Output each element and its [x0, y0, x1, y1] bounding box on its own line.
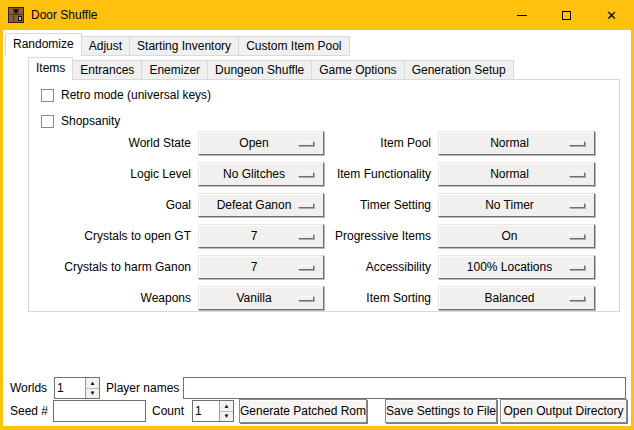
shopsanity-checkbox[interactable]	[41, 115, 54, 128]
count-spin-buttons: ▲ ▼	[219, 401, 233, 421]
item-sorting-value: Balanced	[484, 291, 534, 305]
shopsanity-label: Shopsanity	[61, 114, 120, 128]
tab-adjust[interactable]: Adjust	[81, 36, 130, 56]
item-sorting-label: Item Sorting	[331, 291, 431, 305]
spin-up-icon[interactable]: ▲	[86, 378, 99, 389]
settings-grid: World State Open Item Pool Normal Logic …	[29, 127, 595, 313]
progressive-items-label: Progressive Items	[331, 229, 431, 243]
tab-custom-item-pool[interactable]: Custom Item Pool	[238, 36, 349, 56]
crystals-harm-ganon-value: 7	[251, 260, 258, 274]
window-title: Door Shuffle	[31, 8, 98, 22]
dropdown-indicator-icon	[298, 234, 314, 239]
tab-dungeon-shuffle[interactable]: Dungeon Shuffle	[207, 60, 312, 80]
count-label: Count	[152, 400, 184, 422]
dropdown-indicator-icon	[569, 172, 585, 177]
worlds-label: Worlds	[10, 377, 47, 399]
app-window: Door Shuffle ✕ Randomize Adjust Starting…	[0, 0, 634, 430]
spin-down-icon[interactable]: ▼	[86, 389, 99, 399]
world-state-value: Open	[239, 136, 268, 150]
close-button[interactable]: ✕	[589, 0, 634, 30]
crystals-open-gt-value: 7	[251, 229, 258, 243]
goal-dropdown[interactable]: Defeat Ganon	[198, 193, 324, 217]
seed-input[interactable]	[53, 400, 146, 422]
item-pool-label: Item Pool	[331, 136, 431, 150]
item-functionality-value: Normal	[490, 167, 529, 181]
weapons-dropdown[interactable]: Vanilla	[198, 286, 324, 310]
tab-entrances[interactable]: Entrances	[72, 60, 142, 80]
retro-mode-label: Retro mode (universal keys)	[61, 88, 211, 102]
timer-setting-label: Timer Setting	[331, 198, 431, 212]
main-tab-bar: Randomize Adjust Starting Inventory Cust…	[5, 33, 349, 56]
worlds-spin-buttons: ▲ ▼	[85, 378, 99, 398]
progressive-items-value: On	[501, 229, 517, 243]
logic-level-value: No Glitches	[223, 167, 285, 181]
dropdown-indicator-icon	[298, 203, 314, 208]
tab-game-options[interactable]: Game Options	[311, 60, 404, 80]
tab-enemizer[interactable]: Enemizer	[141, 60, 208, 80]
accessibility-value: 100% Locations	[467, 260, 552, 274]
dropdown-indicator-icon	[569, 203, 585, 208]
items-panel: Retro mode (universal keys) Shopsanity W…	[28, 79, 620, 312]
crystals-harm-ganon-dropdown[interactable]: 7	[198, 255, 324, 279]
dropdown-indicator-icon	[569, 296, 585, 301]
sub-tab-bar: Items Entrances Enemizer Dungeon Shuffle…	[28, 57, 513, 80]
dropdown-indicator-icon	[569, 234, 585, 239]
item-functionality-label: Item Functionality	[331, 167, 431, 181]
window-controls: ✕	[499, 0, 634, 30]
dropdown-indicator-icon	[569, 265, 585, 270]
timer-setting-dropdown[interactable]: No Timer	[438, 193, 595, 217]
tab-randomize[interactable]: Randomize	[5, 33, 82, 56]
crystals-open-gt-dropdown[interactable]: 7	[198, 224, 324, 248]
tab-starting-inventory[interactable]: Starting Inventory	[129, 36, 239, 56]
retro-mode-option: Retro mode (universal keys)	[41, 88, 211, 102]
worlds-input[interactable]	[55, 378, 85, 398]
close-icon: ✕	[606, 9, 617, 22]
dropdown-indicator-icon	[298, 296, 314, 301]
dropdown-indicator-icon	[298, 172, 314, 177]
client-area: Randomize Adjust Starting Inventory Cust…	[3, 30, 631, 426]
dropdown-indicator-icon	[569, 141, 585, 146]
count-input[interactable]	[193, 401, 219, 421]
crystals-open-gt-label: Crystals to open GT	[29, 229, 191, 243]
world-state-dropdown[interactable]: Open	[198, 131, 324, 155]
worlds-spinner[interactable]: ▲ ▼	[54, 377, 100, 399]
goal-value: Defeat Ganon	[217, 198, 292, 212]
titlebar[interactable]: Door Shuffle ✕	[0, 0, 634, 30]
dropdown-indicator-icon	[298, 141, 314, 146]
maximize-icon	[562, 11, 571, 20]
weapons-label: Weapons	[29, 291, 191, 305]
logic-level-label: Logic Level	[29, 167, 191, 181]
crystals-harm-ganon-label: Crystals to harm Ganon	[29, 260, 191, 274]
generate-patched-rom-button[interactable]: Generate Patched Rom	[239, 399, 367, 423]
accessibility-dropdown[interactable]: 100% Locations	[438, 255, 595, 279]
minimize-button[interactable]	[499, 0, 544, 30]
player-names-input[interactable]	[183, 377, 626, 399]
item-pool-value: Normal	[490, 136, 529, 150]
maximize-button[interactable]	[544, 0, 589, 30]
timer-setting-value: No Timer	[485, 198, 534, 212]
logic-level-dropdown[interactable]: No Glitches	[198, 162, 324, 186]
tab-generation-setup[interactable]: Generation Setup	[404, 60, 514, 80]
minimize-icon	[517, 15, 527, 16]
world-state-label: World State	[29, 136, 191, 150]
item-sorting-dropdown[interactable]: Balanced	[438, 286, 595, 310]
dropdown-indicator-icon	[298, 265, 314, 270]
accessibility-label: Accessibility	[331, 260, 431, 274]
goal-label: Goal	[29, 198, 191, 212]
save-settings-button[interactable]: Save Settings to File	[385, 399, 497, 423]
shopsanity-option: Shopsanity	[41, 114, 120, 128]
open-output-directory-button[interactable]: Open Output Directory	[500, 399, 627, 423]
seed-label: Seed #	[10, 400, 48, 422]
count-spinner[interactable]: ▲ ▼	[192, 400, 234, 422]
tab-items[interactable]: Items	[28, 57, 73, 80]
item-pool-dropdown[interactable]: Normal	[438, 131, 595, 155]
player-names-label: Player names	[106, 377, 179, 399]
retro-mode-checkbox[interactable]	[41, 89, 54, 102]
weapons-value: Vanilla	[236, 291, 271, 305]
spin-down-icon[interactable]: ▼	[220, 412, 233, 422]
spin-up-icon[interactable]: ▲	[220, 401, 233, 412]
item-functionality-dropdown[interactable]: Normal	[438, 162, 595, 186]
progressive-items-dropdown[interactable]: On	[438, 224, 595, 248]
window-door-icon	[8, 7, 24, 23]
